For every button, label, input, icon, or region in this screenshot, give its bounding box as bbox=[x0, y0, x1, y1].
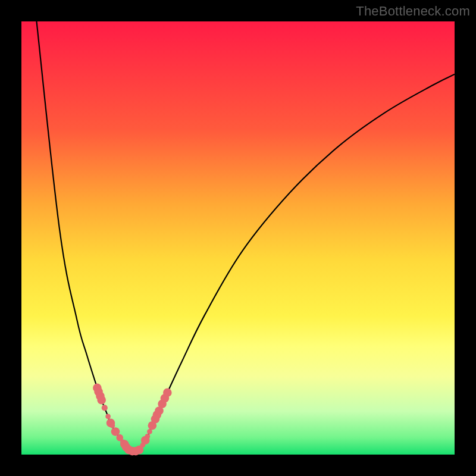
curve-right-limb bbox=[139, 74, 455, 450]
data-marker bbox=[97, 396, 106, 405]
data-marker bbox=[110, 423, 115, 428]
data-marker bbox=[105, 414, 111, 419]
curve-left-limb bbox=[36, 21, 129, 450]
data-marker bbox=[163, 389, 172, 397]
chart-svg bbox=[21, 21, 455, 455]
plot-area bbox=[21, 21, 455, 455]
data-marker bbox=[145, 434, 150, 439]
data-marker bbox=[102, 405, 108, 411]
watermark-text: TheBottleneck.com bbox=[356, 4, 470, 19]
chart-frame: TheBottleneck.com bbox=[0, 0, 476, 476]
markers-group bbox=[93, 384, 171, 456]
